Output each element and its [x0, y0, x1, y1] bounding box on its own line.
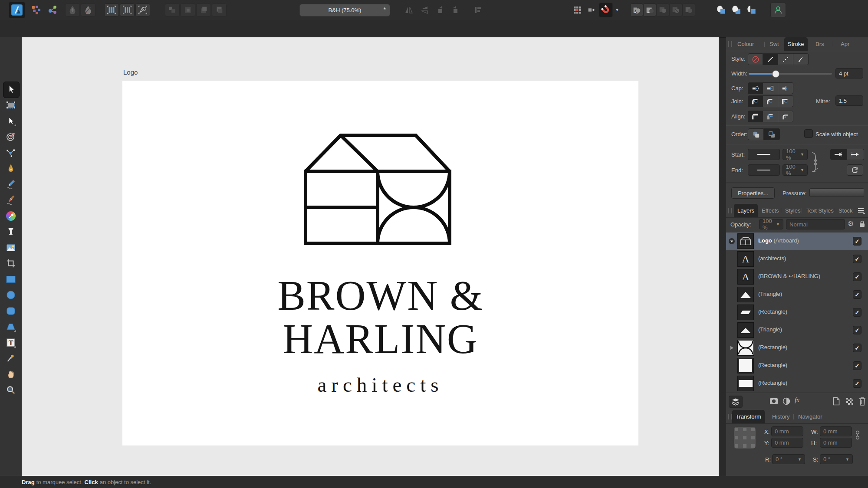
- properties-button[interactable]: Properties...: [731, 187, 775, 199]
- account-button[interactable]: [770, 3, 786, 17]
- panel-grip[interactable]: [728, 208, 732, 213]
- tool-ellipse[interactable]: [5, 289, 17, 301]
- pressure-profile-box[interactable]: [809, 188, 864, 197]
- tab-styles[interactable]: Styles: [782, 204, 804, 217]
- snapping-options-dropdown[interactable]: ▼: [613, 3, 621, 16]
- tab-effects[interactable]: Effects: [758, 204, 783, 217]
- rotate-ccw-button[interactable]: [433, 3, 447, 16]
- w-field[interactable]: 0 mm: [820, 426, 852, 436]
- blend-options-gear-icon[interactable]: ⚙: [848, 219, 854, 228]
- layer-stack-button[interactable]: [729, 396, 743, 408]
- tool-colour-picker[interactable]: [5, 352, 17, 364]
- stroke-style-dashed-button[interactable]: [778, 53, 793, 65]
- layer-row-rectangle-3[interactable]: (Rectangle) ✓: [726, 357, 868, 375]
- tool-trapezoid[interactable]: [5, 321, 17, 333]
- layer-visibility-checkbox[interactable]: ✓: [853, 308, 861, 317]
- tool-crop[interactable]: [5, 257, 17, 269]
- stroke-behind-button[interactable]: [748, 128, 764, 140]
- flip-vertical-button[interactable]: [417, 3, 432, 16]
- layer-visibility-checkbox[interactable]: ✓: [853, 272, 861, 281]
- y-field[interactable]: 0 mm: [771, 438, 803, 448]
- boolean-intersect-button[interactable]: [656, 3, 669, 16]
- layer-row-rectangle-4[interactable]: (Rectangle) ✓: [726, 375, 868, 393]
- insert-behind-button[interactable]: [165, 3, 180, 16]
- layer-row-architects[interactable]: A (architects) ✓: [726, 250, 868, 269]
- panel-grip[interactable]: [728, 414, 732, 419]
- tab-swatches[interactable]: Swt: [766, 37, 783, 51]
- tool-pencil[interactable]: [5, 178, 17, 190]
- layer-visibility-checkbox[interactable]: ✓: [853, 255, 861, 263]
- geometry-back-button[interactable]: [744, 3, 759, 16]
- cap-square-button[interactable]: [763, 82, 778, 94]
- layer-visibility-checkbox[interactable]: ✓: [853, 237, 861, 246]
- flip-horizontal-button[interactable]: [401, 3, 416, 16]
- snap-pixel-grid-button[interactable]: [120, 3, 135, 16]
- artboard-label[interactable]: Logo: [123, 69, 138, 76]
- app-logo-button[interactable]: [9, 2, 25, 18]
- swap-start-end-button[interactable]: [847, 164, 863, 176]
- alignment-button[interactable]: [471, 3, 486, 16]
- anchor-point-selector[interactable]: [734, 427, 756, 449]
- logo-text-subtitle[interactable]: architects: [122, 373, 638, 396]
- expand-collapse-icon[interactable]: [728, 237, 736, 245]
- layer-visibility-checkbox[interactable]: ✓: [853, 326, 861, 334]
- tool-rounded-rectangle[interactable]: [5, 305, 17, 317]
- layer-effects-fx-icon[interactable]: fx: [795, 396, 799, 404]
- new-layer-icon[interactable]: [833, 397, 840, 406]
- tab-stock[interactable]: Stock: [835, 204, 856, 217]
- layer-row-rectangle-2[interactable]: (Rectangle) ✓: [726, 339, 868, 357]
- tab-layers[interactable]: Layers: [734, 204, 758, 217]
- align-outside-button[interactable]: [778, 111, 793, 122]
- join-round-button[interactable]: [748, 95, 763, 107]
- geometry-front-button[interactable]: [714, 3, 729, 16]
- document-tab[interactable]: B&H (75.0%) *: [299, 4, 390, 16]
- insert-inside-button[interactable]: [181, 3, 195, 16]
- width-slider-knob[interactable]: [772, 70, 779, 78]
- tool-view-hand[interactable]: [5, 368, 17, 380]
- adjustment-layer-icon[interactable]: [783, 397, 790, 405]
- tab-transform[interactable]: Transform: [732, 410, 765, 423]
- artboard[interactable]: BROWN & HARLING architects: [122, 81, 638, 445]
- mitre-value-field[interactable]: 1.5: [835, 95, 863, 106]
- join-mitre-button[interactable]: [778, 95, 793, 107]
- tool-text[interactable]: T: [5, 337, 17, 349]
- stroke-style-brush-button[interactable]: [793, 53, 809, 65]
- align-inside-button[interactable]: [763, 111, 778, 122]
- logo-text-line1[interactable]: BROWN &: [122, 272, 638, 320]
- layer-row-artboard[interactable]: Logo (Artboard) ✓: [726, 233, 868, 251]
- pixel-grid-toggle-button[interactable]: [570, 3, 585, 16]
- tool-pen[interactable]: [5, 162, 17, 174]
- tool-fill[interactable]: [5, 210, 17, 222]
- tool-corner[interactable]: [5, 147, 17, 159]
- tab-colour[interactable]: Colour: [734, 37, 757, 51]
- rotate-cw-button[interactable]: [448, 3, 463, 16]
- x-field[interactable]: 0 mm: [771, 426, 803, 436]
- tool-vector-brush[interactable]: [5, 194, 17, 206]
- mask-layer-icon[interactable]: [769, 397, 778, 405]
- stroke-style-solid-button[interactable]: [763, 53, 778, 65]
- pen-persona-button[interactable]: [65, 3, 80, 16]
- node-graph-button[interactable]: [45, 3, 60, 16]
- tool-transparency[interactable]: [5, 226, 17, 238]
- layer-row-triangle-1[interactable]: (Triangle) ✓: [726, 286, 868, 304]
- snapping-magnet-button[interactable]: [599, 3, 613, 17]
- layer-visibility-checkbox[interactable]: ✓: [853, 361, 861, 370]
- shape-persona-button[interactable]: [81, 3, 95, 16]
- delete-layer-trash-icon[interactable]: [859, 397, 866, 406]
- tab-history[interactable]: History: [769, 410, 793, 423]
- arrow-at-start-button[interactable]: [830, 149, 847, 160]
- link-start-end-icon[interactable]: [811, 151, 818, 174]
- canvas-pasteboard[interactable]: Logo BROWN & HARLING architects: [22, 37, 719, 476]
- logo-text-line2[interactable]: HARLING: [122, 315, 638, 363]
- align-centre-button[interactable]: [748, 111, 763, 122]
- stroke-in-front-button[interactable]: [764, 128, 780, 140]
- tool-rectangle[interactable]: [5, 273, 17, 285]
- tool-artboard[interactable]: [5, 99, 17, 111]
- tool-move[interactable]: [5, 83, 17, 95]
- boolean-divide-button[interactable]: [669, 3, 682, 16]
- opacity-dropdown[interactable]: 100 %▼: [759, 219, 783, 229]
- end-percent-dropdown[interactable]: 100 %▼: [783, 164, 808, 176]
- boolean-combine-button[interactable]: [682, 3, 695, 16]
- end-line-style-button[interactable]: [748, 164, 780, 176]
- h-field[interactable]: 0 mm: [820, 438, 852, 448]
